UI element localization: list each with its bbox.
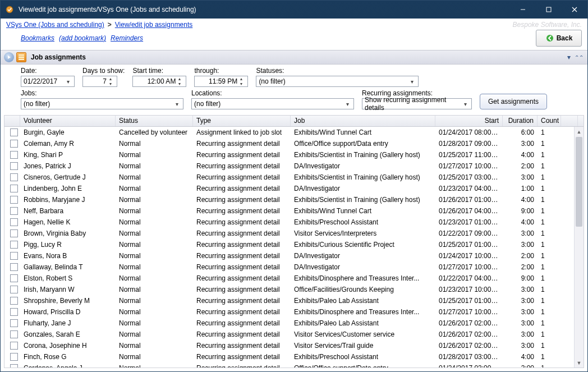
row-checkbox[interactable] xyxy=(10,151,18,159)
breadcrumb-root[interactable]: VSys One (Jobs and scheduling) xyxy=(6,21,104,29)
row-checkbox[interactable] xyxy=(10,252,18,260)
row-checkbox[interactable] xyxy=(10,185,18,192)
locations-dropdown-icon[interactable] xyxy=(343,101,351,107)
cell-duration: 3:00 xyxy=(503,342,538,350)
table-row[interactable]: Irish, Maryann W Normal Recurring assign… xyxy=(4,284,584,295)
row-checkbox[interactable] xyxy=(10,128,18,136)
table-row[interactable]: Elston, Robert S Normal Recurring assign… xyxy=(4,273,584,284)
statuses-select[interactable]: (no filter) xyxy=(256,76,419,87)
date-label: Date: xyxy=(21,67,75,75)
cell-job: DA/Investigator xyxy=(291,185,435,192)
table-row[interactable]: Cardenas, Angela J Normal Recurring assi… xyxy=(4,362,584,368)
table-row[interactable]: Hagen, Nellie K Normal Recurring assignm… xyxy=(4,217,584,228)
scroll-up-icon[interactable]: ▲ xyxy=(575,127,584,136)
vertical-scrollbar[interactable]: ▲ ▼ xyxy=(574,127,584,368)
jobs-select[interactable]: (no filter) xyxy=(21,98,183,109)
row-checkbox[interactable] xyxy=(10,364,18,368)
table-row[interactable]: Gallaway, Belinda T Normal Recurring ass… xyxy=(4,261,584,273)
table-row[interactable]: Robbins, Maryjane J Normal Recurring ass… xyxy=(4,194,584,205)
section-menu-chevron-icon[interactable]: ▾ xyxy=(565,53,573,61)
col-volunteer[interactable]: Volunteer xyxy=(20,116,116,126)
table-row[interactable]: Shropshire, Beverly M Normal Recurring a… xyxy=(4,295,584,306)
through-input[interactable]: 11:59 PM xyxy=(194,76,248,87)
col-checkbox[interactable] xyxy=(4,116,20,126)
row-checkbox[interactable] xyxy=(10,286,18,293)
row-checkbox[interactable] xyxy=(10,229,18,237)
row-checkbox[interactable] xyxy=(10,330,18,338)
col-blank[interactable] xyxy=(561,116,578,126)
table-row[interactable]: Fluharty, Jane J Normal Recurring assign… xyxy=(4,318,584,329)
close-button[interactable] xyxy=(562,1,587,19)
table-row[interactable]: Coleman, Amy R Normal Recurring assignme… xyxy=(4,138,584,149)
col-status[interactable]: Status xyxy=(116,116,193,126)
svg-point-0 xyxy=(6,6,13,13)
row-checkbox[interactable] xyxy=(10,218,18,226)
row-checkbox[interactable] xyxy=(10,353,18,361)
table-row[interactable]: Jones, Patrick J Normal Recurring assign… xyxy=(4,160,584,172)
cell-count: 1 xyxy=(538,319,561,327)
table-row[interactable]: Cisneros, Gertrude J Normal Recurring as… xyxy=(4,172,584,183)
cell-status: Normal xyxy=(116,140,193,148)
scroll-thumb[interactable] xyxy=(576,137,582,227)
row-checkbox[interactable] xyxy=(10,319,18,327)
breadcrumb-current[interactable]: View/edit job assignments xyxy=(115,21,193,29)
maximize-button[interactable] xyxy=(536,1,562,19)
recurring-select[interactable]: Show recurring assignment details xyxy=(362,98,472,109)
cell-volunteer: Shropshire, Beverly M xyxy=(20,297,116,305)
table-row[interactable]: King, Shari P Normal Recurring assignmen… xyxy=(4,149,584,160)
cell-type: Recurring assignment detail xyxy=(193,297,291,305)
statuses-dropdown-icon[interactable] xyxy=(408,79,416,85)
cell-job: Office/Facilities/Grounds Keeping xyxy=(291,286,435,293)
row-checkbox[interactable] xyxy=(10,342,18,350)
row-checkbox[interactable] xyxy=(10,162,18,170)
reminders-link[interactable]: Reminders xyxy=(111,34,143,42)
days-input[interactable]: 7 xyxy=(82,76,117,87)
col-start[interactable]: Start xyxy=(435,116,503,126)
locations-select[interactable]: (no filter) xyxy=(191,98,354,109)
minimize-button[interactable] xyxy=(510,1,536,19)
recurring-dropdown-icon[interactable] xyxy=(461,101,469,107)
table-row[interactable]: Gonzales, Sarah E Normal Recurring assig… xyxy=(4,329,584,340)
start-time-input[interactable]: 12:00 AM xyxy=(132,76,186,87)
col-duration[interactable]: Duration xyxy=(503,116,538,126)
table-row[interactable]: Neff, Barbara Normal Recurring assignmen… xyxy=(4,205,584,217)
table-row[interactable]: Lindenberg, John E Normal Recurring assi… xyxy=(4,183,584,194)
date-input[interactable]: 01/22/2017 xyxy=(21,76,75,87)
table-row[interactable]: Burgin, Gayle Cancelled by volunteer Ass… xyxy=(4,127,584,138)
cell-volunteer: Robbins, Maryjane J xyxy=(20,196,116,204)
table-row[interactable]: Pigg, Lucy R Normal Recurring assignment… xyxy=(4,239,584,250)
back-button[interactable]: Back xyxy=(536,30,582,47)
row-checkbox[interactable] xyxy=(10,308,18,316)
row-checkbox[interactable] xyxy=(10,140,18,148)
row-checkbox[interactable] xyxy=(10,207,18,215)
section-collapse-chevron-icon[interactable]: ⌃⌃ xyxy=(575,54,583,61)
bookmarks-link[interactable]: Bookmarks xyxy=(21,34,54,42)
row-checkbox[interactable] xyxy=(10,241,18,249)
row-checkbox[interactable] xyxy=(10,196,18,204)
scroll-down-icon[interactable]: ▼ xyxy=(575,358,584,368)
statuses-label: Statuses: xyxy=(256,67,419,75)
table-row[interactable]: Finch, Rose G Normal Recurring assignmen… xyxy=(4,351,584,362)
row-checkbox[interactable] xyxy=(10,173,18,181)
row-checkbox[interactable] xyxy=(10,263,18,271)
cell-job: DA/Investigator xyxy=(291,252,435,260)
jobs-dropdown-icon[interactable] xyxy=(173,101,181,107)
get-assignments-button[interactable]: Get assignments xyxy=(480,94,547,109)
cell-job: Exhibits/Scientist in Training (Gallery … xyxy=(291,173,435,181)
col-job[interactable]: Job xyxy=(291,116,435,126)
date-dropdown-icon[interactable] xyxy=(64,79,72,85)
table-row[interactable]: Brown, Virginia Baby Normal Recurring as… xyxy=(4,228,584,239)
row-checkbox[interactable] xyxy=(10,297,18,305)
start-time-spinner-icon[interactable] xyxy=(176,76,183,86)
add-bookmark-link[interactable]: (add bookmark) xyxy=(59,34,106,42)
col-type[interactable]: Type xyxy=(193,116,291,126)
row-checkbox[interactable] xyxy=(10,274,18,282)
days-spinner-icon[interactable] xyxy=(107,76,114,86)
locations-value: (no filter) xyxy=(194,100,343,108)
table-row[interactable]: Howard, Priscilla D Normal Recurring ass… xyxy=(4,306,584,318)
col-count[interactable]: Count xyxy=(538,116,561,126)
through-spinner-icon[interactable] xyxy=(237,76,245,86)
table-row[interactable]: Corona, Josephine H Normal Recurring ass… xyxy=(4,340,584,351)
play-icon[interactable] xyxy=(4,52,14,62)
table-row[interactable]: Evans, Nora B Normal Recurring assignmen… xyxy=(4,250,584,261)
